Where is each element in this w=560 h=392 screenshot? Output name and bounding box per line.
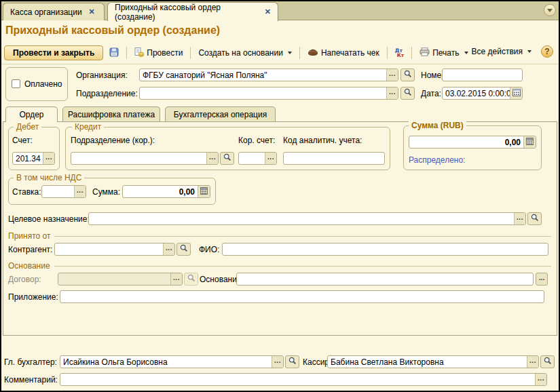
contract-value — [58, 273, 170, 285]
toolbar-separator — [299, 47, 300, 59]
magnifier-icon — [544, 357, 552, 367]
counterparty-label: Контрагент: — [8, 245, 52, 254]
toolbar-separator — [190, 47, 191, 59]
dt-kt-button[interactable]: Дт Кт — [392, 47, 407, 60]
comment-label: Комментарий: — [4, 375, 58, 385]
all-actions-button[interactable]: Все действия — [469, 45, 534, 58]
save-button[interactable] — [107, 46, 122, 60]
close-icon[interactable]: ✕ — [89, 8, 95, 16]
debit-account-value: 201.34 — [13, 153, 43, 164]
distributed-label: Распределено: — [409, 155, 465, 165]
credit-department-choose-button[interactable]: ... — [206, 153, 218, 164]
attachment-field[interactable] — [60, 290, 544, 303]
basis-choose-button[interactable]: ... — [536, 273, 548, 286]
magnifier-icon — [404, 70, 412, 80]
purpose-field[interactable]: ... — [88, 212, 526, 225]
amount-calc-button[interactable] — [523, 136, 536, 148]
calculator-icon — [200, 187, 208, 197]
printer-icon — [419, 47, 430, 58]
counterparty-choose-button[interactable]: ... — [163, 243, 174, 255]
chief-accountant-choose-button[interactable]: ... — [272, 356, 283, 368]
tab-list-dropdown-button[interactable] — [544, 4, 556, 16]
window-tabbar: Касса организации ✕ Приходный кассовый о… — [0, 0, 560, 20]
counterparty-open-button[interactable] — [176, 243, 191, 256]
chief-accountant-field[interactable]: Исайкина Ольга Борисовна ... — [60, 355, 284, 368]
comment-field[interactable]: ... — [60, 373, 547, 386]
credit-department-open-button[interactable] — [220, 152, 234, 165]
chief-accountant-open-button[interactable] — [285, 355, 299, 368]
number-field[interactable] — [442, 68, 523, 81]
page-title: Приходный кассовый ордер (создание) — [5, 24, 220, 37]
debit-account-choose-button[interactable]: ... — [43, 153, 54, 164]
amount-field[interactable]: 0,00 — [409, 136, 536, 149]
print-receipt-button[interactable]: Напечатать чек — [305, 46, 382, 60]
magnifier-icon — [223, 153, 231, 163]
window-tab-order[interactable]: Приходный кассовый ордер (создание) ✕ — [107, 2, 278, 21]
magnifier-icon — [404, 88, 412, 98]
fio-label: ФИО: — [199, 245, 219, 254]
vat-rate-label: Ставка: — [12, 187, 41, 197]
corr-account-field[interactable]: ... — [238, 152, 277, 165]
counterparty-field[interactable]: ... — [54, 243, 175, 256]
debit-account-field[interactable]: 201.34 ... — [12, 152, 55, 165]
department-choose-button[interactable]: ... — [386, 87, 398, 99]
window-tab-kassa[interactable]: Касса организации ✕ — [3, 3, 105, 20]
post-and-close-label: Провести и закрыть — [13, 48, 94, 58]
fio-value — [223, 243, 548, 255]
accepted-from-separator: Принято от — [8, 231, 551, 241]
fio-field[interactable] — [222, 243, 548, 256]
cashier-field[interactable]: Бабина Светлана Викторовна ... — [327, 355, 539, 368]
counterparty-value — [55, 243, 163, 255]
purpose-choose-button[interactable]: ... — [514, 213, 525, 224]
post-and-close-button[interactable]: Провести и закрыть — [4, 45, 103, 60]
calendar-button[interactable] — [510, 87, 522, 99]
tab-order[interactable]: Ордер — [5, 106, 58, 122]
debit-account-label: Счет: — [12, 136, 33, 145]
tab-accounting-operation[interactable]: Бухгалтерская операция — [165, 106, 276, 122]
magnifier-icon — [531, 214, 539, 224]
debit-group-title: Дебет — [14, 122, 41, 132]
vat-rate-choose-button[interactable]: ... — [74, 186, 86, 197]
department-open-button[interactable] — [400, 87, 415, 100]
purpose-open-button[interactable] — [527, 212, 542, 225]
tab-payment-details[interactable]: Расшифровка платежа — [62, 106, 160, 122]
application-window: Касса организации ✕ Приходный кассовый о… — [0, 0, 560, 392]
organization-choose-button[interactable]: ... — [386, 69, 398, 81]
basis-field[interactable] — [236, 273, 534, 286]
vat-amount-field[interactable]: 0,00 — [122, 185, 210, 198]
magnifier-icon — [288, 357, 297, 367]
organization-field[interactable]: ФГБУ санаторий "Ясная Поляна" ... — [139, 68, 398, 81]
credit-department-field[interactable]: ... — [71, 152, 219, 165]
cashier-choose-button[interactable]: ... — [527, 356, 538, 368]
help-button[interactable]: ? — [541, 45, 553, 58]
tab-payment-details-label: Расшифровка платежа — [68, 110, 155, 119]
analytic-code-field[interactable] — [283, 152, 385, 165]
close-icon[interactable]: ✕ — [265, 8, 271, 16]
toolbar-divider — [0, 64, 560, 64]
department-field[interactable]: ... — [139, 87, 398, 100]
dropdown-arrow-icon — [527, 50, 531, 53]
paid-checkbox[interactable] — [12, 79, 20, 88]
corr-account-choose-button[interactable]: ... — [265, 153, 276, 164]
all-actions-label: Все действия — [472, 47, 523, 56]
vat-rate-field[interactable]: ... — [41, 185, 86, 198]
paid-label: Оплачено — [24, 79, 62, 89]
cashier-value: Бабина Светлана Викторовна — [328, 356, 527, 368]
contract-label: Договор: — [8, 275, 41, 284]
credit-group-title: Кредит — [72, 122, 104, 132]
post-button[interactable]: Провести — [132, 46, 185, 60]
cashier-open-button[interactable] — [540, 355, 555, 368]
print-button[interactable]: Печать — [417, 46, 470, 60]
organization-label: Организация: — [76, 71, 128, 80]
kt-label: Кт — [397, 53, 404, 58]
create-based-on-button[interactable]: Создать на основании — [195, 47, 295, 59]
comment-choose-button[interactable]: ... — [535, 374, 546, 385]
post-document-icon — [134, 47, 144, 59]
vat-amount-calc-button[interactable] — [198, 186, 210, 197]
dropdown-arrow-icon — [464, 52, 468, 54]
vat-group-title: В том числе НДС — [14, 173, 84, 182]
purpose-label: Целевое назначение: — [8, 214, 90, 224]
date-field[interactable]: 03.02.2015 0:00:00 — [442, 87, 523, 100]
window-tab-label: Касса организации — [10, 7, 82, 17]
organization-open-button[interactable] — [400, 68, 415, 81]
